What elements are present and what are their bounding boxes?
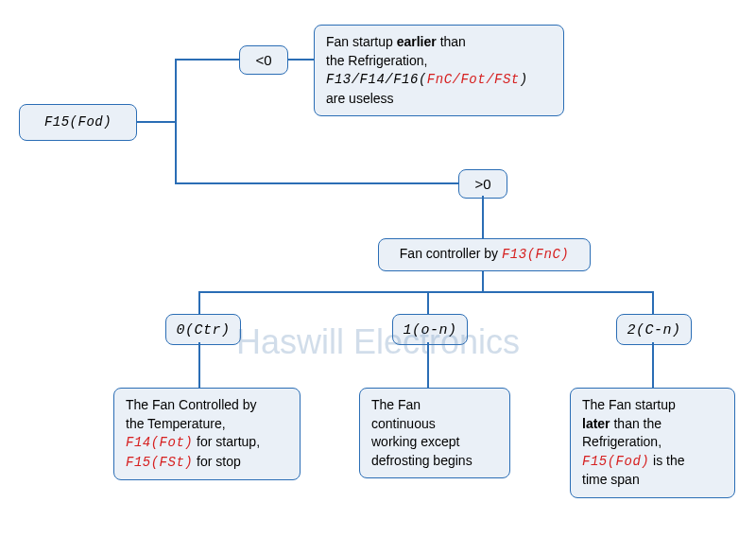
desc-lt0: Fan startup earlier than the Refrigerati… bbox=[314, 25, 564, 116]
condition-gt0: >0 bbox=[458, 169, 507, 199]
text-line: F15(FSt) for stop bbox=[126, 453, 288, 473]
text-line: the Temperature, bbox=[126, 415, 288, 434]
option-0-desc: The Fan Controlled by the Temperature, F… bbox=[113, 388, 301, 480]
connector bbox=[288, 59, 314, 61]
text-line: F14(Fot) for startup, bbox=[126, 433, 288, 453]
connector bbox=[482, 270, 484, 291]
text-line: Refrigeration, bbox=[582, 433, 723, 452]
text-line: Fan startup earlier than bbox=[326, 33, 552, 52]
option-0-label: 0(Ctr) bbox=[165, 314, 241, 345]
condition-gt0-label: >0 bbox=[474, 176, 490, 192]
connector bbox=[652, 291, 654, 314]
text-line: F13/F14/F16(FnC/Fot/FSt) bbox=[326, 70, 552, 90]
text-line: F15(Fod) is the bbox=[582, 452, 723, 472]
option-2-desc: The Fan startup later than the Refrigera… bbox=[570, 388, 735, 498]
connector bbox=[198, 291, 200, 314]
fan-controller-node: Fan controller by F13(FnC) bbox=[378, 238, 591, 271]
root-node: F15(Fod) bbox=[19, 104, 137, 141]
connector bbox=[198, 342, 200, 388]
text-line: later than the bbox=[582, 415, 723, 434]
text-line: The Fan bbox=[371, 396, 498, 415]
text-line: are useless bbox=[326, 90, 552, 109]
option-1-desc: The Fan continuous working except defros… bbox=[359, 388, 510, 478]
text-line: The Fan startup bbox=[582, 396, 723, 415]
text-line: defrosting begins bbox=[371, 452, 498, 471]
root-label: F15(Fod) bbox=[44, 114, 112, 130]
condition-lt0: <0 bbox=[239, 45, 288, 75]
text-line: The Fan Controlled by bbox=[126, 396, 288, 415]
text-line: time span bbox=[582, 471, 723, 490]
controller-param: F13(FnC) bbox=[502, 247, 569, 262]
option-2-label: 2(C-n) bbox=[616, 314, 692, 345]
watermark-text: Haswill Electronics bbox=[236, 322, 520, 362]
connector bbox=[175, 59, 239, 61]
connector bbox=[427, 342, 429, 388]
connector bbox=[427, 291, 429, 314]
connector bbox=[482, 196, 484, 238]
condition-lt0-label: <0 bbox=[255, 52, 271, 68]
connector bbox=[175, 182, 458, 184]
connector bbox=[175, 59, 177, 184]
text-line: continuous bbox=[371, 415, 498, 434]
text-line: the Refrigeration, bbox=[326, 52, 552, 71]
connector bbox=[137, 121, 175, 123]
controller-text: Fan controller by bbox=[400, 246, 502, 261]
option-1-label: 1(o-n) bbox=[392, 314, 468, 345]
connector bbox=[198, 291, 652, 293]
connector bbox=[652, 342, 654, 388]
text-line: working except bbox=[371, 433, 498, 452]
